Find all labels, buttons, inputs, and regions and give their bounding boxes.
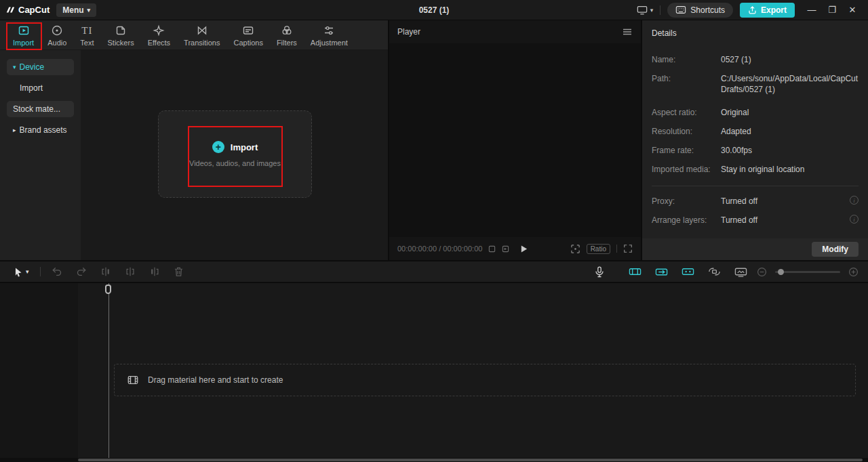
sidebar-item-label: Stock mate... — [13, 104, 60, 114]
detail-row-frame-rate: Frame rate: 30.00fps — [642, 145, 868, 156]
timeline-toolbar: ▾ — [0, 261, 868, 282]
sidebar-item-stock-materials[interactable]: Stock mate... — [7, 101, 74, 117]
sidebar-item-import[interactable]: Import — [7, 80, 74, 96]
info-icon[interactable]: i — [850, 196, 859, 205]
undo-button[interactable] — [45, 261, 69, 282]
split-button[interactable] — [118, 261, 142, 282]
track-header-column — [0, 283, 78, 458]
timeline-track-area[interactable]: Drag material here and start to create — [78, 283, 868, 458]
linkage-toggle-icon[interactable] — [675, 261, 701, 282]
tab-text[interactable]: TI Text — [74, 20, 100, 50]
tab-label: Filters — [277, 39, 297, 47]
titlebar: CapCut Menu ▾ 0527 (1) ▾ Shortcuts — [0, 0, 868, 20]
delete-button[interactable] — [167, 261, 191, 282]
import-hint-text: Videos, audios, and images — [189, 159, 281, 167]
detail-label: Proxy: — [652, 196, 721, 207]
export-icon — [748, 5, 757, 14]
previous-frame-icon[interactable] — [488, 245, 496, 253]
zoom-slider-thumb[interactable] — [778, 269, 784, 275]
next-frame-icon[interactable] — [502, 245, 509, 253]
minimize-button[interactable]: — — [802, 5, 822, 15]
label-toggle-icon[interactable] — [701, 261, 728, 282]
preview-focus-icon[interactable] — [570, 244, 580, 254]
details-panel: Details Name: 0527 (1) Path: C:/Users/so… — [642, 20, 868, 260]
titlebar-right: ▾ Shortcuts Export — ❐ ✕ — [636, 3, 863, 18]
capcut-logo-icon — [5, 6, 15, 14]
fullscreen-icon[interactable] — [623, 244, 633, 253]
tab-label: Text — [80, 39, 94, 47]
play-button[interactable] — [519, 245, 528, 253]
export-button-label: Export — [761, 5, 787, 15]
import-button-label: Import — [231, 142, 258, 152]
cover-toggle-icon[interactable] — [728, 261, 754, 282]
scrollbar-thumb[interactable] — [78, 459, 863, 461]
detail-row-name: Name: 0527 (1) — [642, 54, 868, 65]
capcut-logo-text: CapCut — [18, 5, 50, 15]
tab-transitions[interactable]: Transitions — [178, 20, 226, 50]
detail-row-imported-media: Imported media: Stay in original locatio… — [642, 164, 868, 175]
timeline-drop-zone[interactable]: Drag material here and start to create — [114, 364, 856, 396]
ripple-toggle-icon[interactable] — [648, 261, 675, 282]
select-tool-button[interactable]: ▾ — [7, 261, 36, 282]
menu-button[interactable]: Menu ▾ — [56, 3, 96, 17]
zoom-out-icon[interactable] — [754, 261, 770, 282]
detail-value: Turned off — [721, 196, 844, 207]
timeline-zoom-slider[interactable] — [775, 271, 840, 273]
tab-label: Stickers — [108, 39, 134, 47]
import-button[interactable]: + Import — [212, 141, 258, 153]
tab-import[interactable]: Import — [7, 20, 40, 50]
info-icon[interactable]: i — [850, 215, 859, 224]
chevron-right-icon: ▸ — [13, 127, 16, 133]
record-voiceover-icon[interactable] — [588, 261, 611, 282]
media-icon — [127, 374, 139, 386]
modify-row: Modify — [642, 238, 868, 260]
shortcuts-button[interactable]: Shortcuts — [667, 3, 733, 18]
shortcuts-button-label: Shortcuts — [690, 5, 725, 15]
detail-row-resolution: Resolution: Adapted — [642, 126, 868, 137]
display-mode-button[interactable]: ▾ — [636, 5, 654, 16]
player-menu-icon[interactable] — [622, 27, 633, 37]
ratio-button[interactable]: Ratio — [587, 244, 610, 254]
maximize-button[interactable]: ❐ — [822, 5, 842, 15]
detail-row-path: Path: C:/Users/sonu/AppData/Local/CapCut… — [642, 73, 868, 95]
close-button[interactable]: ✕ — [842, 5, 863, 15]
split-left-button[interactable] — [94, 261, 118, 282]
sidebar-item-device[interactable]: ▾ Device — [7, 59, 74, 75]
split-right-button[interactable] — [142, 261, 167, 282]
sidebar-item-label: Import — [20, 83, 43, 93]
playhead-handle[interactable] — [105, 285, 111, 294]
detail-label: Arrange layers: — [652, 215, 721, 226]
keyboard-icon — [675, 5, 686, 14]
tab-filters[interactable]: Filters — [271, 20, 303, 50]
captions-tab-icon — [241, 24, 255, 37]
tab-label: Transitions — [184, 39, 220, 47]
main-area: Import Audio TI Text Stickers — [0, 20, 868, 260]
chevron-down-icon: ▾ — [87, 7, 91, 14]
modify-button[interactable]: Modify — [812, 242, 859, 257]
horizontal-scrollbar[interactable] — [0, 458, 868, 462]
tab-stickers[interactable]: Stickers — [102, 20, 140, 50]
tab-captions[interactable]: Captions — [227, 20, 269, 50]
audio-tab-icon — [50, 24, 64, 37]
magnetic-toggle-icon[interactable] — [622, 261, 648, 282]
player-controls: 00:00:00:00 / 00:00:00:00 Ratio — [389, 237, 641, 260]
player-timecode: 00:00:00:00 / 00:00:00:00 — [397, 245, 482, 253]
timeline-toolbar-right — [588, 261, 861, 282]
tab-effects[interactable]: Effects — [142, 20, 176, 50]
detail-value: 30.00fps — [721, 145, 859, 156]
import-drop-zone[interactable]: + Import Videos, audios, and images — [158, 110, 312, 198]
capcut-app-window: CapCut Menu ▾ 0527 (1) ▾ Shortcuts — [0, 0, 868, 462]
tab-audio[interactable]: Audio — [41, 20, 73, 50]
zoom-in-icon[interactable] — [846, 261, 861, 282]
chevron-down-icon: ▾ — [13, 64, 16, 70]
details-title: Details — [642, 20, 868, 38]
redo-button[interactable] — [69, 261, 94, 282]
transitions-tab-icon — [195, 24, 209, 37]
sidebar-item-brand-assets[interactable]: ▸ Brand assets — [7, 122, 74, 138]
media-panel: Import Audio TI Text Stickers — [0, 20, 388, 260]
tab-adjustment[interactable]: Adjustment — [304, 20, 354, 50]
export-button[interactable]: Export — [740, 3, 795, 18]
filters-tab-icon — [280, 24, 294, 37]
detail-row-proxy: Proxy: Turned off i — [642, 196, 868, 207]
detail-label: Name: — [652, 54, 721, 65]
